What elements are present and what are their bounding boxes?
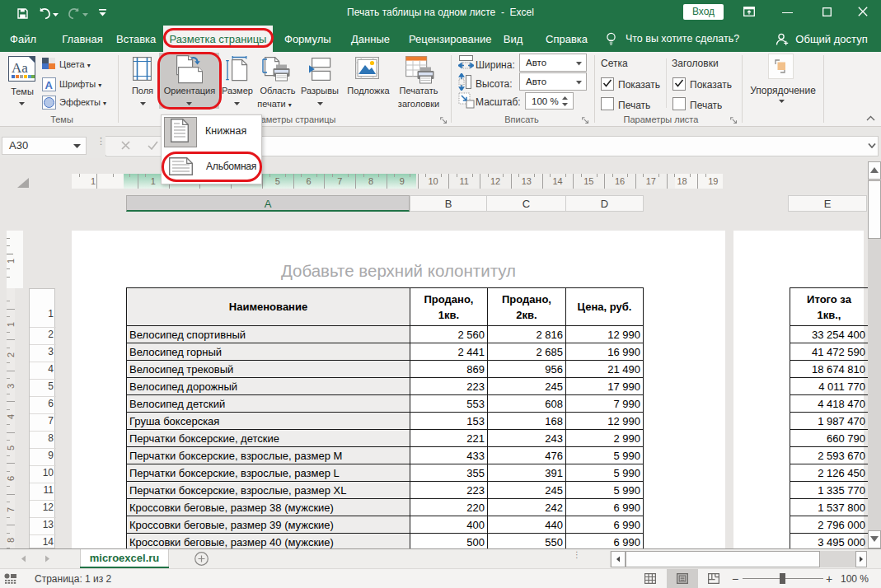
svg-text:Aa: Aa [12,60,28,76]
svg-text:A: A [45,79,54,91]
